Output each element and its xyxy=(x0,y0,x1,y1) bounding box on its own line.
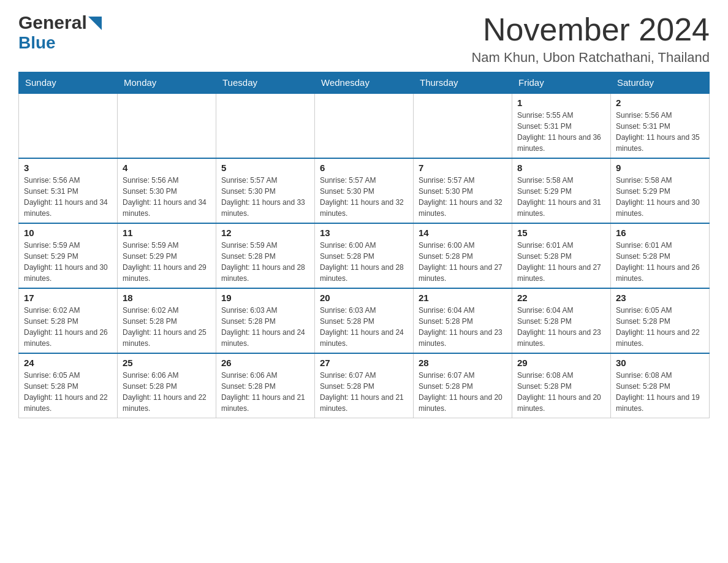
calendar-cell-w4-d2: 18Sunrise: 6:02 AMSunset: 5:28 PMDayligh… xyxy=(118,288,216,353)
day-info-6: Sunrise: 5:57 AMSunset: 5:30 PMDaylight:… xyxy=(320,175,408,219)
day-number-15: 15 xyxy=(517,228,605,238)
calendar-cell-w2-d6: 8Sunrise: 5:58 AMSunset: 5:29 PMDaylight… xyxy=(512,158,611,223)
calendar-cell-w1-d6: 1Sunrise: 5:55 AMSunset: 5:31 PMDaylight… xyxy=(512,93,611,158)
day-info-30: Sunrise: 6:08 AMSunset: 5:28 PMDaylight:… xyxy=(616,370,704,414)
header-saturday: Saturday xyxy=(611,72,710,94)
calendar-cell-w4-d5: 21Sunrise: 6:04 AMSunset: 5:28 PMDayligh… xyxy=(414,288,512,353)
header-friday: Friday xyxy=(512,72,611,94)
day-info-27: Sunrise: 6:07 AMSunset: 5:28 PMDaylight:… xyxy=(320,370,408,414)
calendar-week-5: 24Sunrise: 6:05 AMSunset: 5:28 PMDayligh… xyxy=(19,353,710,418)
calendar-cell-w1-d3 xyxy=(216,93,315,158)
day-info-9: Sunrise: 5:58 AMSunset: 5:29 PMDaylight:… xyxy=(616,175,704,219)
calendar-cell-w4-d4: 20Sunrise: 6:03 AMSunset: 5:28 PMDayligh… xyxy=(315,288,414,353)
calendar-week-3: 10Sunrise: 5:59 AMSunset: 5:29 PMDayligh… xyxy=(19,223,710,288)
header: General Blue November 2024 Nam Khun, Ubo… xyxy=(18,12,710,66)
day-info-14: Sunrise: 6:00 AMSunset: 5:28 PMDaylight:… xyxy=(419,240,507,284)
calendar-cell-w1-d5 xyxy=(414,93,512,158)
day-number-12: 12 xyxy=(221,228,309,238)
calendar-week-1: 1Sunrise: 5:55 AMSunset: 5:31 PMDaylight… xyxy=(19,93,710,158)
header-wednesday: Wednesday xyxy=(315,72,414,94)
day-number-29: 29 xyxy=(517,358,605,368)
day-number-4: 4 xyxy=(123,163,211,173)
calendar-cell-w5-d1: 24Sunrise: 6:05 AMSunset: 5:28 PMDayligh… xyxy=(19,353,118,418)
calendar-cell-w2-d2: 4Sunrise: 5:56 AMSunset: 5:30 PMDaylight… xyxy=(118,158,216,223)
day-number-24: 24 xyxy=(24,358,112,368)
calendar-cell-w5-d2: 25Sunrise: 6:06 AMSunset: 5:28 PMDayligh… xyxy=(118,353,216,418)
day-info-22: Sunrise: 6:04 AMSunset: 5:28 PMDaylight:… xyxy=(517,305,605,349)
calendar-cell-w5-d3: 26Sunrise: 6:06 AMSunset: 5:28 PMDayligh… xyxy=(216,353,315,418)
calendar-cell-w3-d2: 11Sunrise: 5:59 AMSunset: 5:29 PMDayligh… xyxy=(118,223,216,288)
day-number-5: 5 xyxy=(221,163,309,173)
calendar-cell-w3-d4: 13Sunrise: 6:00 AMSunset: 5:28 PMDayligh… xyxy=(315,223,414,288)
calendar-cell-w2-d1: 3Sunrise: 5:56 AMSunset: 5:31 PMDaylight… xyxy=(19,158,118,223)
day-number-16: 16 xyxy=(616,228,704,238)
calendar-cell-w4-d7: 23Sunrise: 6:05 AMSunset: 5:28 PMDayligh… xyxy=(611,288,710,353)
day-number-21: 21 xyxy=(419,293,507,303)
header-monday: Monday xyxy=(118,72,216,94)
logo-general-text: General xyxy=(18,12,87,33)
day-number-11: 11 xyxy=(123,228,211,238)
title-area: November 2024 Nam Khun, Ubon Ratchathani… xyxy=(471,12,710,66)
day-number-28: 28 xyxy=(419,358,507,368)
logo: General Blue xyxy=(18,12,102,53)
calendar-cell-w2-d5: 7Sunrise: 5:57 AMSunset: 5:30 PMDaylight… xyxy=(414,158,512,223)
day-number-25: 25 xyxy=(123,358,211,368)
calendar-cell-w1-d1 xyxy=(19,93,118,158)
day-number-19: 19 xyxy=(221,293,309,303)
header-sunday: Sunday xyxy=(19,72,118,94)
day-info-10: Sunrise: 5:59 AMSunset: 5:29 PMDaylight:… xyxy=(24,240,112,284)
calendar-cell-w5-d4: 27Sunrise: 6:07 AMSunset: 5:28 PMDayligh… xyxy=(315,353,414,418)
calendar-cell-w2-d4: 6Sunrise: 5:57 AMSunset: 5:30 PMDaylight… xyxy=(315,158,414,223)
day-info-15: Sunrise: 6:01 AMSunset: 5:28 PMDaylight:… xyxy=(517,240,605,284)
day-info-13: Sunrise: 6:00 AMSunset: 5:28 PMDaylight:… xyxy=(320,240,408,284)
day-info-18: Sunrise: 6:02 AMSunset: 5:28 PMDaylight:… xyxy=(123,305,211,349)
day-info-4: Sunrise: 5:56 AMSunset: 5:30 PMDaylight:… xyxy=(123,175,211,219)
day-info-26: Sunrise: 6:06 AMSunset: 5:28 PMDaylight:… xyxy=(221,370,309,414)
header-thursday: Thursday xyxy=(414,72,512,94)
day-number-14: 14 xyxy=(419,228,507,238)
calendar-cell-w3-d1: 10Sunrise: 5:59 AMSunset: 5:29 PMDayligh… xyxy=(19,223,118,288)
calendar-cell-w5-d6: 29Sunrise: 6:08 AMSunset: 5:28 PMDayligh… xyxy=(512,353,611,418)
day-number-18: 18 xyxy=(123,293,211,303)
calendar-cell-w5-d5: 28Sunrise: 6:07 AMSunset: 5:28 PMDayligh… xyxy=(414,353,512,418)
calendar-cell-w4-d6: 22Sunrise: 6:04 AMSunset: 5:28 PMDayligh… xyxy=(512,288,611,353)
day-info-21: Sunrise: 6:04 AMSunset: 5:28 PMDaylight:… xyxy=(419,305,507,349)
day-number-20: 20 xyxy=(320,293,408,303)
day-number-1: 1 xyxy=(517,98,605,108)
day-number-3: 3 xyxy=(24,163,112,173)
calendar-cell-w1-d7: 2Sunrise: 5:56 AMSunset: 5:31 PMDaylight… xyxy=(611,93,710,158)
day-info-12: Sunrise: 5:59 AMSunset: 5:28 PMDaylight:… xyxy=(221,240,309,284)
day-number-9: 9 xyxy=(616,163,704,173)
day-info-23: Sunrise: 6:05 AMSunset: 5:28 PMDaylight:… xyxy=(616,305,704,349)
day-info-2: Sunrise: 5:56 AMSunset: 5:31 PMDaylight:… xyxy=(616,110,704,154)
calendar-cell-w4-d3: 19Sunrise: 6:03 AMSunset: 5:28 PMDayligh… xyxy=(216,288,315,353)
header-tuesday: Tuesday xyxy=(216,72,315,94)
calendar-cell-w3-d5: 14Sunrise: 6:00 AMSunset: 5:28 PMDayligh… xyxy=(414,223,512,288)
calendar-cell-w2-d3: 5Sunrise: 5:57 AMSunset: 5:30 PMDaylight… xyxy=(216,158,315,223)
calendar-cell-w3-d6: 15Sunrise: 6:01 AMSunset: 5:28 PMDayligh… xyxy=(512,223,611,288)
logo-blue-text: Blue xyxy=(18,33,56,52)
day-info-3: Sunrise: 5:56 AMSunset: 5:31 PMDaylight:… xyxy=(24,175,112,219)
svg-marker-0 xyxy=(88,17,102,30)
day-info-16: Sunrise: 6:01 AMSunset: 5:28 PMDaylight:… xyxy=(616,240,704,284)
day-number-8: 8 xyxy=(517,163,605,173)
day-info-1: Sunrise: 5:55 AMSunset: 5:31 PMDaylight:… xyxy=(517,110,605,154)
day-number-30: 30 xyxy=(616,358,704,368)
logo-triangle-icon xyxy=(88,17,102,30)
day-number-27: 27 xyxy=(320,358,408,368)
day-number-10: 10 xyxy=(24,228,112,238)
day-info-28: Sunrise: 6:07 AMSunset: 5:28 PMDaylight:… xyxy=(419,370,507,414)
day-info-24: Sunrise: 6:05 AMSunset: 5:28 PMDaylight:… xyxy=(24,370,112,414)
calendar-cell-w1-d2 xyxy=(118,93,216,158)
calendar-cell-w3-d3: 12Sunrise: 5:59 AMSunset: 5:28 PMDayligh… xyxy=(216,223,315,288)
calendar-cell-w2-d7: 9Sunrise: 5:58 AMSunset: 5:29 PMDaylight… xyxy=(611,158,710,223)
day-number-23: 23 xyxy=(616,293,704,303)
day-info-5: Sunrise: 5:57 AMSunset: 5:30 PMDaylight:… xyxy=(221,175,309,219)
calendar-cell-w1-d4 xyxy=(315,93,414,158)
day-number-6: 6 xyxy=(320,163,408,173)
day-info-29: Sunrise: 6:08 AMSunset: 5:28 PMDaylight:… xyxy=(517,370,605,414)
calendar-week-2: 3Sunrise: 5:56 AMSunset: 5:31 PMDaylight… xyxy=(19,158,710,223)
day-number-7: 7 xyxy=(419,163,507,173)
day-info-20: Sunrise: 6:03 AMSunset: 5:28 PMDaylight:… xyxy=(320,305,408,349)
day-number-2: 2 xyxy=(616,98,704,108)
